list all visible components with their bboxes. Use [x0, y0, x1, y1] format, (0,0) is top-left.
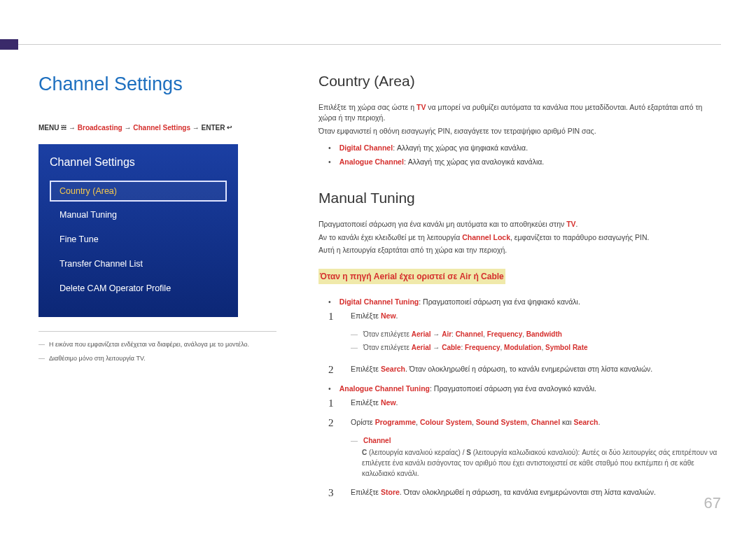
- header-color-block: [0, 39, 18, 50]
- bullet-analogue-channel-tuning: • Analogue Channel Tuning: Πραγματοποιεί…: [318, 384, 721, 395]
- step-1-digital: 1 Επιλέξτε New. ― Όταν επιλέγετε Aerial …: [328, 311, 721, 356]
- bullet-digital-channel-tuning: • Digital Channel Tuning: Πραγματοποιεί …: [318, 297, 721, 308]
- path-channel-settings: Channel Settings: [133, 124, 190, 132]
- manual-paragraph-3: Αυτή η λειτουργία εξαρτάται από τη χώρα …: [318, 245, 721, 256]
- tv-menu-item-country-area[interactable]: Country (Area): [50, 181, 227, 202]
- country-paragraph-1: Επιλέξτε τη χώρα σας ώστε η TV να μπορεί…: [318, 102, 721, 125]
- bullet-dot-icon: •: [328, 297, 331, 308]
- step-number: 1: [328, 311, 337, 356]
- tv-menu-panel: Channel Settings Country (Area) Manual T…: [38, 144, 238, 318]
- manual-paragraph-2: Αν το κανάλι έχει κλειδωθεί με τη λειτου…: [318, 232, 721, 244]
- header-rule: [18, 44, 721, 45]
- footnote-2: Διαθέσιμο μόνο στη λειτουργία TV.: [49, 354, 146, 364]
- bullet-dot-icon: •: [328, 384, 331, 395]
- section-title-country: Country (Area): [318, 70, 721, 92]
- sub-heading-aerial: Όταν η πηγή Aerial έχει οριστεί σε Air ή…: [318, 269, 505, 284]
- enter-icon: ↩: [227, 123, 232, 133]
- footnote-1: Η εικόνα που εμφανίζεται ενδέχεται να δι…: [49, 340, 249, 350]
- page-number: 67: [704, 491, 721, 514]
- sub-option-cable: ― Όταν επιλέγετε Aerial → Cable: Frequen…: [351, 342, 721, 353]
- bullet-dot-icon: •: [328, 143, 331, 154]
- menu-label: MENU: [38, 124, 59, 132]
- tv-panel-title: Channel Settings: [50, 154, 227, 171]
- path-broadcasting: Broadcasting: [78, 124, 122, 132]
- arrow-icon: →: [124, 124, 131, 132]
- bullet-analogue-channel: • Analogue Channel: Αλλαγή της χώρας για…: [318, 157, 721, 168]
- bullet-digital-channel: • Digital Channel: Αλλαγή της χώρας για …: [318, 143, 721, 154]
- tv-menu-item-fine-tune[interactable]: Fine Tune: [50, 229, 227, 251]
- section-title-manual-tuning: Manual Tuning: [318, 187, 721, 209]
- step-1-analogue: 1 Επιλέξτε New.: [328, 398, 721, 409]
- dash-icon: ―: [351, 342, 358, 353]
- step-number: 1: [328, 398, 337, 409]
- tv-menu-item-manual-tuning[interactable]: Manual Tuning: [50, 204, 227, 226]
- dash-icon: ―: [38, 340, 45, 350]
- enter-label: ENTER: [202, 124, 225, 132]
- arrow-icon: →: [192, 124, 200, 132]
- step-number: 3: [328, 487, 337, 499]
- dash-icon: ―: [351, 329, 358, 339]
- step-2-digital: 2 Επιλέξτε Search. Όταν ολοκληρωθεί η σά…: [328, 364, 721, 376]
- dash-icon: ―: [351, 435, 358, 446]
- dash-icon: ―: [38, 354, 45, 364]
- tv-menu-item-transfer-channel-list[interactable]: Transfer Channel List: [50, 253, 227, 275]
- country-paragraph-2: Όταν εμφανιστεί η οθόνη εισαγωγής PIN, ε…: [318, 126, 721, 137]
- menu-path: MENU 𝍌 → Broadcasting → Channel Settings…: [38, 122, 276, 133]
- step-number: 2: [328, 364, 337, 376]
- step-3-analogue: 3 Επιλέξτε Store. Όταν ολοκληρωθεί η σάρ…: [328, 487, 721, 499]
- menu-icon: 𝍌: [61, 123, 66, 133]
- channel-subheading: Channel: [363, 435, 391, 446]
- bullet-dot-icon: •: [328, 157, 331, 168]
- step-2-analogue: 2 Ορίστε Programme, Colour System, Sound…: [328, 417, 721, 479]
- sub-option-air: ― Όταν επιλέγετε Aerial → Air: Channel, …: [351, 329, 721, 339]
- channel-description: C (λειτουργία καναλιού κεραίας) / S (λει…: [351, 447, 721, 479]
- footnotes: ― Η εικόνα που εμφανίζεται ενδέχεται να …: [38, 331, 276, 363]
- manual-paragraph-1: Πραγματοποιεί σάρωση για ένα κανάλι μη α…: [318, 219, 721, 230]
- tv-menu-item-delete-cam[interactable]: Delete CAM Operator Profile: [50, 278, 227, 300]
- arrow-icon: →: [69, 124, 76, 132]
- page-title: Channel Settings: [38, 70, 276, 99]
- step-number: 2: [328, 417, 337, 479]
